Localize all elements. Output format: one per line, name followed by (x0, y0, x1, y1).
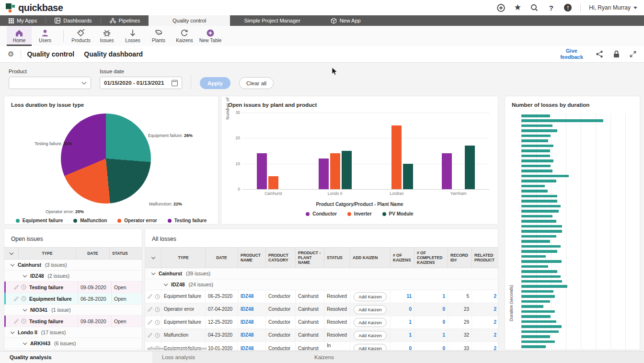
duration-bar[interactable] (521, 145, 553, 147)
lock-icon[interactable] (613, 50, 620, 58)
column-header-type[interactable]: TYPE (19, 248, 76, 259)
cell-product-name[interactable]: IDZ48 (238, 342, 266, 351)
chevron-down-icon[interactable] (11, 330, 14, 334)
history-icon[interactable] (21, 318, 26, 324)
strip-item-pipelines[interactable]: Pipelines (101, 15, 149, 26)
duration-bar[interactable] (521, 330, 559, 333)
add-kaizen-button[interactable]: Add Kaizen (354, 344, 387, 351)
bar-inverter[interactable] (391, 125, 402, 189)
duration-bar[interactable] (521, 290, 553, 293)
app-name[interactable]: Quality control (27, 50, 74, 58)
app-tab-simple-project-manager[interactable]: Simple Project Manager (230, 15, 314, 26)
column-header-record-id-[interactable]: RECORD ID# (448, 248, 472, 268)
apply-button[interactable]: Apply (200, 77, 230, 89)
column-header-date[interactable]: DATE (206, 248, 238, 268)
bar-pv-module[interactable] (403, 164, 413, 189)
add-kaizen-button[interactable]: Add Kaizen (354, 292, 387, 301)
duration-bar[interactable] (521, 305, 543, 308)
chevron-down-icon[interactable] (11, 262, 14, 266)
cell-completed-kaizens[interactable]: 0 (414, 316, 448, 329)
duration-bar[interactable] (521, 315, 551, 318)
bottom-tab-kaizens[interactable]: Kaizens (305, 352, 457, 363)
clear-all-button[interactable]: Clear all (239, 77, 274, 89)
history-icon[interactable] (21, 284, 26, 290)
duration-bar[interactable] (521, 310, 555, 313)
quickbase-logo[interactable]: quickbase (6, 2, 63, 13)
history-icon[interactable] (155, 333, 160, 338)
history-icon[interactable] (155, 320, 160, 325)
column-header-add-kaizen[interactable]: ADD KAIZEN (350, 248, 391, 268)
column-header-date[interactable]: DATE (76, 248, 110, 259)
duration-bar[interactable] (521, 155, 550, 158)
gear-icon[interactable]: ⚙ (8, 50, 14, 58)
duration-bar[interactable] (521, 295, 555, 298)
loss-row[interactable]: Equipment failure12-25-2020IDZ48Conducto… (145, 316, 498, 329)
bottom-tab-loss-analysis[interactable]: Loss analysis (152, 352, 305, 363)
loss-row[interactable]: Malfunction04-23-2020IDZ48ConductorCainh… (145, 329, 498, 342)
duration-bar[interactable] (521, 340, 555, 343)
bar-inverter[interactable] (268, 176, 278, 189)
duration-bar[interactable] (521, 260, 562, 263)
cell-related-product[interactable]: 2 (472, 316, 498, 329)
bar-inverter[interactable] (330, 153, 340, 189)
chevron-down-icon[interactable] (23, 341, 27, 345)
cell-related-product[interactable]: 2 (472, 290, 498, 303)
nav-item-users[interactable]: Users (33, 26, 58, 46)
edit-icon[interactable] (148, 333, 152, 338)
cell-product-name[interactable]: IDZ48 (238, 290, 266, 303)
cell-completed-kaizens[interactable]: 0 (414, 342, 448, 351)
edit-icon[interactable] (14, 296, 19, 301)
column-header--of-kaizens[interactable]: # OF KAIZENS (391, 248, 414, 268)
column-header-product-plant-name[interactable]: PRODUCT - PLANT NAME (296, 248, 324, 268)
loss-row[interactable]: Equipment failure06-25-2020IDZ48Conducto… (145, 290, 498, 303)
cell-product-name[interactable]: IDZ48 (238, 316, 266, 329)
duration-bar[interactable] (521, 240, 550, 243)
issue-date-input[interactable]: 01/15/2020 - 01/13/2021 (100, 77, 182, 89)
search-icon[interactable] (530, 3, 539, 12)
column-header-related-product[interactable]: RELATED PRODUCT (472, 248, 498, 268)
help-icon[interactable]: ? (547, 3, 555, 12)
history-icon[interactable] (155, 307, 160, 312)
open-issue-row[interactable]: Testing failure09-09-2020Open (4, 282, 142, 293)
duration-bar[interactable] (521, 119, 603, 122)
cell-related-product[interactable]: 2 (472, 329, 498, 341)
duration-bar[interactable] (521, 280, 562, 283)
duration-bar[interactable] (521, 265, 548, 268)
duration-bar[interactable] (521, 185, 545, 188)
duration-bar[interactable] (521, 139, 548, 142)
nav-item-new-table[interactable]: New Table (198, 26, 223, 46)
duration-bar[interactable] (521, 335, 550, 338)
cell-completed-kaizens[interactable]: 1 (414, 290, 448, 303)
expand-icon[interactable] (630, 51, 636, 57)
star-icon[interactable]: ★ (513, 3, 522, 12)
collapse-all-icon[interactable] (151, 255, 155, 259)
app-tab-quality-control[interactable]: Quality control (149, 15, 230, 26)
share-icon[interactable] (596, 50, 603, 58)
duration-bar[interactable] (521, 210, 559, 213)
bar-conductor[interactable] (442, 153, 452, 189)
bar-conductor[interactable] (319, 159, 329, 189)
add-kaizen-button[interactable]: Add Kaizen (354, 305, 387, 314)
cell-kaizens[interactable]: 0 (391, 342, 414, 351)
product-select[interactable] (9, 77, 91, 89)
chevron-down-icon[interactable] (151, 271, 155, 275)
duration-bar[interactable] (521, 195, 557, 198)
cell-completed-kaizens[interactable]: 0 (414, 303, 448, 316)
bar-pv-module[interactable] (342, 151, 352, 189)
duration-bar[interactable] (521, 300, 550, 303)
open-issue-row[interactable]: Equipment failure06-28-2020Open (4, 293, 142, 305)
cell-kaizens[interactable]: 0 (391, 303, 414, 316)
nav-item-plants[interactable]: Plants (146, 26, 171, 46)
duration-bar[interactable] (521, 345, 546, 348)
bottom-tab-quality-analysis[interactable]: Quality analysis (0, 352, 152, 363)
edit-icon[interactable] (148, 320, 152, 325)
duration-bar[interactable] (521, 225, 562, 228)
duration-bar[interactable] (521, 255, 546, 258)
alert-icon[interactable]: ! (564, 3, 572, 12)
duration-bar[interactable] (521, 180, 556, 182)
nav-item-losses[interactable]: Losses (120, 26, 145, 46)
user-menu[interactable]: Hi, Ryan Murray (589, 4, 637, 11)
calendar-icon[interactable] (172, 80, 178, 86)
bar-conductor[interactable] (257, 153, 267, 189)
chevron-down-icon[interactable] (23, 307, 27, 311)
